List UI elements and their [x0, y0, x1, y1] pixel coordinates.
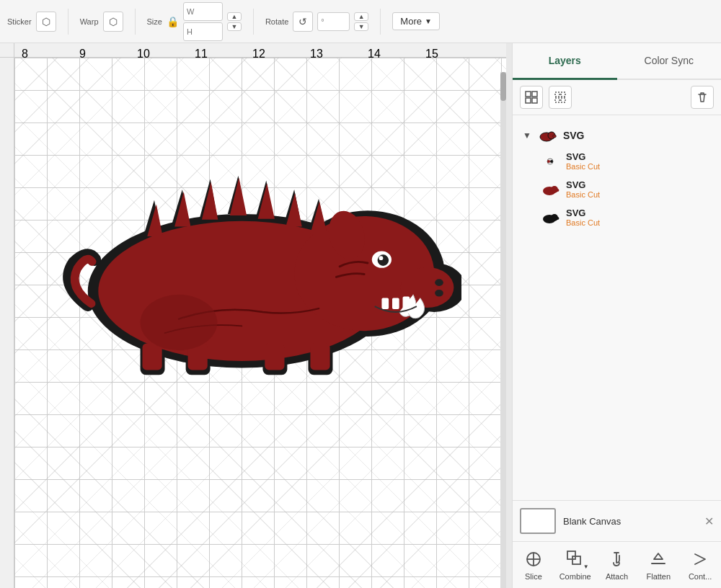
layers-list[interactable]: ▼ SVG	[513, 115, 721, 500]
warp-group: Warp ⬡	[80, 12, 123, 32]
layer-item-2[interactable]: SVG Basic Cut	[520, 203, 714, 231]
slice-icon	[523, 549, 544, 569]
svg-rect-18	[142, 344, 162, 370]
lock-icon: 🔒	[167, 16, 179, 27]
scrollbar-vertical[interactable]	[500, 72, 506, 588]
flatten-icon	[648, 549, 668, 569]
svg-marker-35	[258, 183, 275, 219]
hog-svg	[36, 144, 461, 382]
panel-bottom-toolbar: Slice ▼ Combine	[513, 541, 721, 588]
attach-button[interactable]: Attach	[596, 549, 638, 581]
main-area: 8 9 10 11 12 13 14 15	[0, 43, 721, 588]
layer-1-thumb-svg	[541, 183, 559, 196]
scrollbar-thumb[interactable]	[500, 72, 506, 101]
cont-icon	[690, 549, 710, 569]
rotate-down-btn[interactable]: ▼	[354, 22, 368, 31]
layer-group-svg: ▼ SVG	[513, 121, 721, 234]
ruler-vertical	[0, 43, 14, 588]
svg-rect-61	[567, 551, 575, 559]
attach-label: Attach	[606, 572, 628, 581]
svg-rect-38	[526, 92, 531, 97]
cont-button[interactable]: Cont...	[679, 549, 721, 581]
layer-group-header[interactable]: ▼ SVG	[520, 124, 714, 147]
size-group: Size 🔒 ▲ ▼	[147, 2, 242, 41]
svg-rect-20	[265, 344, 284, 370]
combine-chevron-icon: ▼	[583, 564, 589, 570]
combine-icon-wrap: ▼	[565, 549, 585, 569]
svg-point-54	[556, 189, 559, 192]
svg-rect-28	[392, 298, 399, 310]
rotate-group: Rotate ↺ ▲ ▼	[265, 12, 368, 32]
sep-3	[253, 9, 254, 35]
width-input[interactable]	[183, 2, 223, 21]
ruler-horizontal: 8 9 10 11 12 13 14 15	[14, 43, 506, 58]
slice-svg-icon	[525, 551, 542, 568]
ungroup-icon-btn[interactable]	[549, 86, 572, 109]
flatten-button[interactable]: Flatten	[637, 549, 679, 581]
svg-point-24	[379, 256, 384, 260]
sticker-icon-btn[interactable]: ⬡	[36, 12, 56, 32]
cont-svg-icon	[691, 551, 709, 568]
cont-label: Cont...	[689, 572, 712, 581]
canvas-area[interactable]: 8 9 10 11 12 13 14 15	[0, 43, 512, 588]
sticker-group: Sticker ⬡	[7, 12, 56, 32]
rotate-up-btn[interactable]: ▲	[354, 12, 368, 21]
svg-rect-39	[532, 92, 537, 97]
layer-1-info: SVG Basic Cut	[566, 179, 600, 199]
combine-button[interactable]: ▼ Combine	[554, 549, 596, 581]
svg-point-30	[141, 295, 218, 351]
layer-1-type: Basic Cut	[566, 190, 600, 199]
warp-icon-btn[interactable]: ⬡	[103, 12, 123, 32]
tab-layers[interactable]: Layers	[513, 43, 617, 80]
height-input[interactable]	[183, 22, 223, 41]
canvas-image[interactable]	[36, 144, 461, 382]
ruler-h-15: 15	[425, 48, 438, 61]
svg-point-50	[547, 160, 550, 163]
svg-rect-42	[555, 92, 559, 97]
svg-marker-65	[654, 553, 663, 559]
svg-point-51	[550, 160, 553, 163]
layer-2-name: SVG	[566, 208, 600, 218]
attach-icon	[606, 549, 627, 569]
sep-4	[380, 9, 381, 35]
sep-2	[135, 9, 136, 35]
layer-0-thumb	[540, 154, 560, 169]
layer-2-type: Basic Cut	[566, 218, 600, 227]
blank-canvas-section: Blank Canvas ✕	[513, 500, 721, 541]
layer-2-thumb-svg	[541, 211, 559, 224]
blank-canvas-close-btn[interactable]: ✕	[704, 514, 714, 528]
svg-rect-41	[532, 98, 537, 103]
svg-rect-62	[572, 556, 580, 564]
ruler-h-14: 14	[368, 48, 381, 61]
layer-item-1[interactable]: SVG Basic Cut	[520, 175, 714, 203]
delete-icon-btn[interactable]	[691, 86, 714, 109]
svg-rect-40	[526, 98, 531, 103]
delete-icon	[696, 91, 709, 104]
svg-point-26	[435, 290, 443, 297]
layer-2-thumb	[540, 210, 560, 225]
main-toolbar: Sticker ⬡ Warp ⬡ Size 🔒 ▲ ▼ Rotate ↺ ▲ ▼…	[0, 0, 721, 43]
width-down-btn[interactable]: ▼	[227, 22, 242, 31]
layer-0-name: SVG	[566, 151, 600, 162]
ungroup-icon	[554, 91, 567, 104]
svg-rect-45	[561, 98, 565, 102]
ruler-h-11: 11	[195, 48, 208, 61]
layer-group-name: SVG	[563, 130, 585, 141]
svg-rect-29	[403, 297, 410, 309]
canvas-grid[interactable]	[14, 58, 506, 588]
ruler-h-13: 13	[310, 48, 323, 61]
layer-1-thumb	[540, 182, 560, 197]
width-up-btn[interactable]: ▲	[227, 12, 242, 21]
layer-item-0[interactable]: SVG Basic Cut	[520, 147, 714, 175]
rotate-icon-btn[interactable]: ↺	[293, 12, 313, 32]
svg-rect-21	[310, 344, 329, 370]
flatten-label: Flatten	[646, 572, 671, 581]
svg-point-25	[435, 279, 443, 286]
hog-red-layer	[75, 207, 454, 370]
slice-button[interactable]: Slice	[513, 549, 554, 581]
rotate-input[interactable]	[317, 12, 350, 31]
more-button[interactable]: More ▼	[392, 12, 440, 30]
tab-color-sync[interactable]: Color Sync	[617, 43, 722, 80]
rotate-label: Rotate	[265, 17, 288, 26]
group-icon-btn[interactable]	[520, 86, 543, 109]
